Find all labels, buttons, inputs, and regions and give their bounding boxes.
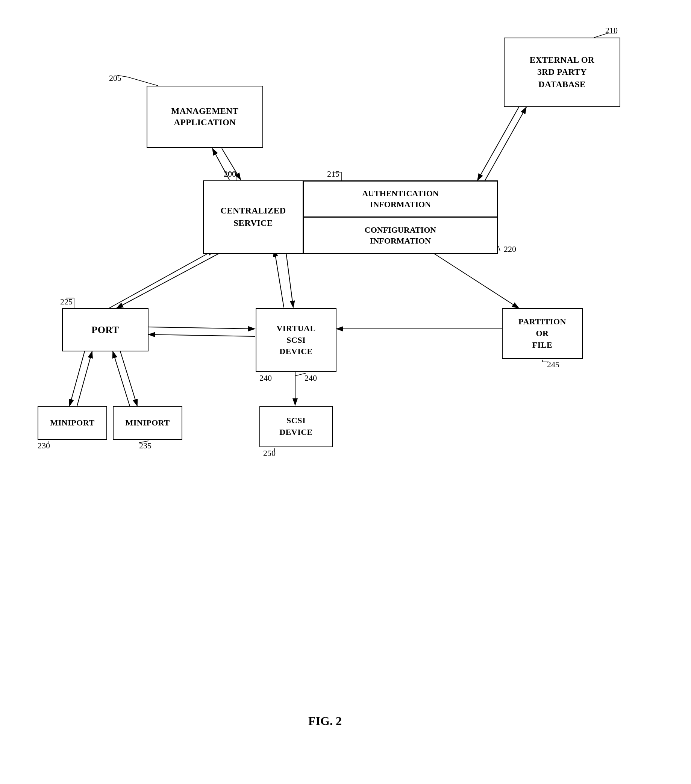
svg-line-18 [274,250,284,308]
label-210: 210 [605,26,618,35]
miniport2-box: MINIPORT [113,406,182,440]
svg-line-6 [117,250,226,308]
label-205: 205 [109,73,121,83]
management-box: MANAGEMENT APPLICATION [147,86,263,148]
label-230: 230 [38,441,50,451]
label-245: 245 [547,360,559,369]
info-combined-box: AUTHENTICATION INFORMATION CONFIGURATION… [303,180,498,254]
diagram: MANAGEMENT APPLICATION 205 EXTERNAL OR 3… [0,0,691,784]
svg-line-13 [77,351,92,406]
external-db-label: EXTERNAL OR 3RD PARTY DATABASE [530,54,594,91]
centralized-label: CENTRALIZED SERVICE [220,205,286,229]
virtual-scsi-label: VIRTUAL SCSI DEVICE [276,323,315,357]
label-250: 250 [263,448,275,458]
svg-line-14 [120,351,137,406]
label-225: 225 [60,297,73,307]
port-label: PORT [91,324,119,336]
centralized-box: CENTRALIZED SERVICE [203,180,303,254]
svg-line-12 [69,351,84,406]
svg-line-19 [128,77,158,86]
svg-line-30 [295,373,306,376]
auth-info-label: AUTHENTICATION INFORMATION [362,188,439,210]
port-box: PORT [62,308,148,351]
partition-label: PARTITION OR FILE [518,316,566,351]
svg-line-27 [498,246,500,251]
partition-box: PARTITION OR FILE [502,308,583,359]
figure-label: FIG. 2 [308,714,342,728]
label-200: 200 [224,169,236,179]
svg-line-17 [286,250,293,308]
svg-line-15 [113,351,130,406]
label-240: 240 [259,373,272,383]
auth-info-sub: AUTHENTICATION INFORMATION [303,181,497,217]
leader-lines-svg [0,0,691,784]
management-label: MANAGEMENT APPLICATION [172,105,239,128]
miniport1-box: MINIPORT [38,406,107,440]
label-240b: 240 [305,373,317,383]
label-215: 215 [327,169,340,179]
arrows-svg [0,0,691,784]
label-235: 235 [139,441,152,451]
scsi-device-label: SCSI DEVICE [279,415,313,438]
miniport2-label: MINIPORT [125,418,170,428]
config-info-sub: CONFIGURATION INFORMATION [303,217,497,254]
virtual-scsi-box: VIRTUAL SCSI DEVICE [256,308,336,372]
svg-line-10 [148,334,255,336]
svg-line-8 [434,254,519,308]
svg-line-4 [477,107,519,180]
miniport1-label: MINIPORT [50,418,94,428]
external-db-box: EXTERNAL OR 3RD PARTY DATABASE [504,38,620,107]
config-info-label: CONFIGURATION INFORMATION [364,225,436,246]
scsi-device-box: SCSI DEVICE [259,406,333,447]
svg-line-7 [109,250,214,308]
svg-line-9 [148,327,255,329]
label-220: 220 [504,244,516,254]
svg-line-5 [485,107,526,180]
